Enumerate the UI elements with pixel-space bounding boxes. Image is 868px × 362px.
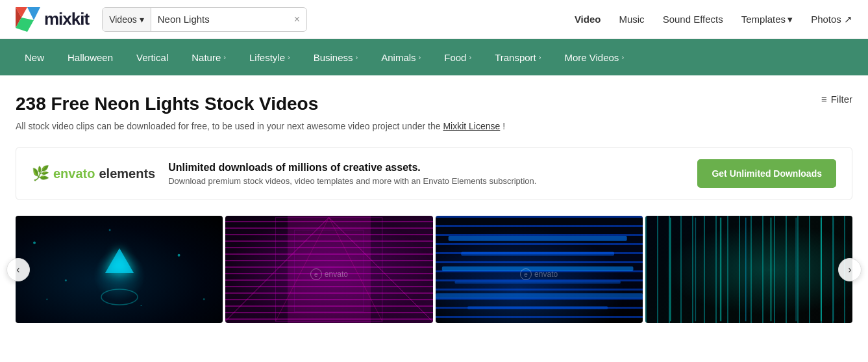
page-title: 238 Free Neon Lights Stock Videos <box>16 94 505 114</box>
search-bar: Videos ▾ × <box>102 7 307 32</box>
chevron-right-icon: › <box>288 53 290 61</box>
search-input[interactable] <box>151 14 288 25</box>
carousel-next-button[interactable]: › <box>838 258 862 281</box>
svg-point-7 <box>178 254 180 257</box>
svg-rect-19 <box>461 252 614 255</box>
svg-marker-2 <box>27 7 40 20</box>
chevron-right-icon: › <box>356 53 358 61</box>
svg-point-6 <box>65 279 67 281</box>
chevron-right-icon: › <box>223 53 226 61</box>
chevron-right-icon: › <box>419 53 421 61</box>
category-item-halloween[interactable]: Halloween <box>56 39 125 75</box>
envato-text: Unlimited downloads of millions of creat… <box>168 162 684 186</box>
video-thumb-2[interactable]: e envato <box>225 216 432 323</box>
category-item-transport[interactable]: Transport › <box>483 39 552 75</box>
category-label-nature: Nature <box>192 52 221 63</box>
svg-point-5 <box>33 241 36 244</box>
svg-point-8 <box>203 298 205 300</box>
nav-item-templates[interactable]: Templates ▾ <box>741 14 793 25</box>
header-nav: Video Music Sound Effects Templates ▾ Ph… <box>575 14 852 25</box>
category-label-lifestyle: Lifestyle <box>249 52 285 63</box>
envato-cta-button[interactable]: Get Unlimited Downloads <box>697 159 836 188</box>
filter-icon: ≡ <box>821 94 827 105</box>
license-link[interactable]: Mixkit License <box>443 121 500 131</box>
logo-text: mixkit <box>44 9 89 29</box>
logo[interactable]: mixkit <box>16 7 89 32</box>
category-item-nature[interactable]: Nature › <box>180 39 238 75</box>
video-carousel: ‹ <box>16 216 852 323</box>
envato-leaf-icon: 🌿 <box>32 165 49 182</box>
category-item-animals[interactable]: Animals › <box>369 39 432 75</box>
category-label-halloween: Halloween <box>68 52 113 63</box>
subtitle-text: All stock video clips can be downloaded … <box>16 121 441 131</box>
category-item-food[interactable]: Food › <box>432 39 483 75</box>
search-type-label: Videos <box>109 14 137 25</box>
envato-name-dark: elements <box>99 166 155 181</box>
chevron-right-icon: › <box>621 53 624 61</box>
chevron-down-icon: ▾ <box>140 14 144 25</box>
subtitle-end: ! <box>502 121 505 131</box>
category-item-more-videos[interactable]: More Videos › <box>552 39 636 75</box>
category-item-business[interactable]: Business › <box>302 39 370 75</box>
video-thumb-4[interactable] <box>645 216 852 323</box>
video-thumb-1[interactable] <box>16 216 223 323</box>
category-label-business: Business <box>314 52 353 63</box>
category-label-transport: Transport <box>495 52 536 63</box>
video-grid: e envato <box>16 216 852 323</box>
filter-button[interactable]: ≡ Filter <box>821 94 852 105</box>
category-label-more-videos: More Videos <box>564 52 619 63</box>
envato-logo: 🌿 envato elements <box>32 165 155 182</box>
header: mixkit Videos ▾ × Video Music Sound Effe… <box>0 0 868 39</box>
nav-item-sound-effects[interactable]: Sound Effects <box>663 14 723 25</box>
main-content: 238 Free Neon Lights Stock Videos All st… <box>0 75 868 323</box>
envato-banner: 🌿 envato elements Unlimited downloads of… <box>16 147 852 200</box>
svg-point-10 <box>109 229 111 231</box>
category-item-lifestyle[interactable]: Lifestyle › <box>238 39 302 75</box>
envato-name-green: envato <box>53 166 95 181</box>
nav-item-video[interactable]: Video <box>575 14 601 25</box>
chevron-down-icon: ▾ <box>787 14 793 25</box>
page-subtitle: All stock video clips can be downloaded … <box>16 121 505 131</box>
category-bar: New Halloween Vertical Nature › Lifestyl… <box>0 39 868 75</box>
category-label-new: New <box>25 52 44 63</box>
category-item-vertical[interactable]: Vertical <box>125 39 180 75</box>
envato-headline: Unlimited downloads of millions of creat… <box>168 162 684 174</box>
category-label-vertical: Vertical <box>136 52 168 63</box>
svg-point-11 <box>141 305 142 306</box>
templates-label: Templates <box>741 14 786 25</box>
svg-rect-21 <box>454 281 620 284</box>
svg-rect-22 <box>436 293 643 298</box>
video-thumb-3[interactable]: e envato <box>436 216 643 323</box>
svg-point-9 <box>46 298 47 300</box>
category-item-new[interactable]: New <box>13 39 56 75</box>
filter-label: Filter <box>831 94 852 105</box>
search-clear-button[interactable]: × <box>288 14 306 25</box>
envato-watermark-3: e envato <box>520 268 558 280</box>
chevron-right-icon: › <box>469 53 471 61</box>
category-label-food: Food <box>444 52 466 63</box>
envato-desc: Download premium stock videos, video tem… <box>168 176 684 186</box>
envato-watermark-2: e envato <box>310 268 348 280</box>
svg-rect-23 <box>467 306 608 309</box>
svg-rect-18 <box>448 236 626 241</box>
carousel-prev-button[interactable]: ‹ <box>6 258 30 281</box>
chevron-right-icon: › <box>539 53 541 61</box>
search-type-select[interactable]: Videos ▾ <box>103 8 151 31</box>
nav-item-photos[interactable]: Photos ↗ <box>811 14 852 25</box>
nav-item-music[interactable]: Music <box>619 14 644 25</box>
category-label-animals: Animals <box>381 52 415 63</box>
filter-row: ≡ Filter <box>821 94 852 105</box>
